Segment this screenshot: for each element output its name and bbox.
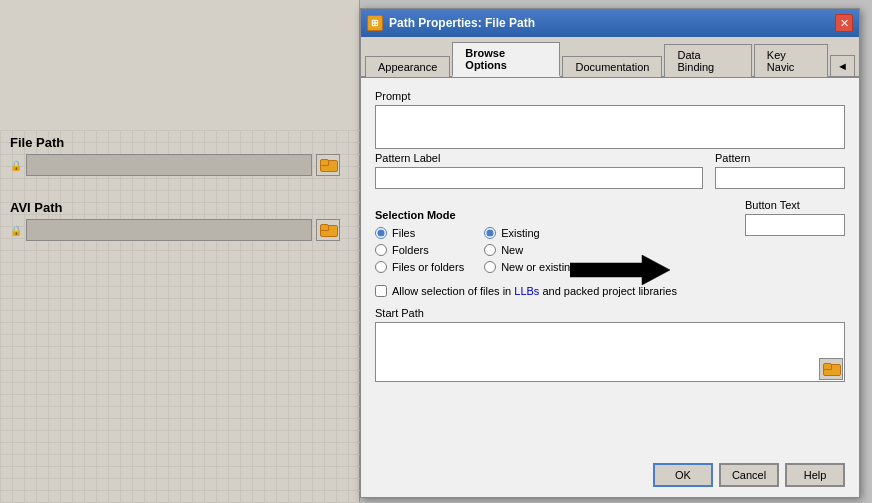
folder-icon-2 — [320, 224, 336, 237]
folder-icon — [320, 159, 336, 172]
avi-path-section: AVI Path 🔒 — [10, 200, 340, 241]
help-button[interactable]: Help — [785, 463, 845, 487]
pattern-label: Pattern — [715, 152, 845, 164]
file-path-label: File Path — [10, 135, 340, 150]
tab-key-navic[interactable]: Key Navic — [754, 44, 828, 77]
radio-new[interactable]: New — [484, 244, 576, 256]
radio-new-or-existing[interactable]: New or existing — [484, 261, 576, 273]
arrow-annotation — [570, 255, 670, 288]
start-path-input-row — [375, 322, 845, 382]
grid-bg — [0, 130, 360, 503]
dialog-title: Path Properties: File Path — [389, 16, 535, 30]
tab-appearance[interactable]: Appearance — [365, 56, 450, 77]
radio-group-left: Files Folders Files or folders — [375, 227, 464, 273]
prompt-label: Prompt — [375, 90, 845, 102]
button-text-section: Button Text — [745, 199, 845, 236]
start-path-folder-icon — [823, 363, 839, 376]
background-panel: File Path 🔒 AVI Path 🔒 — [0, 0, 360, 503]
dialog-title-area: ⊞ Path Properties: File Path — [367, 15, 535, 31]
selection-mode-section: Selection Mode Files Folders — [375, 199, 576, 273]
dialog-titlebar: ⊞ Path Properties: File Path ✕ — [361, 9, 859, 37]
selection-mode-header: Selection Mode — [375, 209, 576, 221]
radio-group-right: Existing New New or existing — [484, 227, 576, 273]
pattern-row: Pattern Label Pattern — [375, 152, 845, 189]
radio-files[interactable]: Files — [375, 227, 464, 239]
pattern-label-label: Pattern Label — [375, 152, 703, 164]
pattern-col: Pattern — [715, 152, 845, 189]
file-path-section: File Path 🔒 — [10, 135, 340, 176]
lock-icon: 🔒 — [10, 160, 22, 171]
start-path-browse-btn[interactable] — [819, 358, 843, 380]
tab-documentation[interactable]: Documentation — [562, 56, 662, 77]
button-text-input[interactable] — [745, 214, 845, 236]
pattern-input[interactable] — [715, 167, 845, 189]
dialog-title-icon: ⊞ — [367, 15, 383, 31]
pattern-label-col: Pattern Label — [375, 152, 703, 189]
start-path-textarea[interactable] — [375, 322, 845, 382]
radio-folders[interactable]: Folders — [375, 244, 464, 256]
pattern-label-input[interactable] — [375, 167, 703, 189]
svg-marker-0 — [570, 255, 670, 285]
tab-browse-options[interactable]: Browse Options — [452, 42, 560, 77]
button-text-label: Button Text — [745, 199, 845, 211]
start-path-label: Start Path — [375, 307, 845, 319]
radio-files-or-folders[interactable]: Files or folders — [375, 261, 464, 273]
llb-checkbox[interactable] — [375, 285, 387, 297]
dialog-footer: OK Cancel Help — [653, 463, 845, 487]
prompt-input[interactable] — [375, 105, 845, 149]
tab-more[interactable]: ◄ — [830, 55, 855, 76]
path-properties-dialog: ⊞ Path Properties: File Path ✕ Appearanc… — [360, 8, 860, 498]
dialog-close-button[interactable]: ✕ — [835, 14, 853, 32]
file-path-browse-btn[interactable] — [316, 154, 340, 176]
avi-path-browse-btn[interactable] — [316, 219, 340, 241]
cancel-button[interactable]: Cancel — [719, 463, 779, 487]
radio-existing[interactable]: Existing — [484, 227, 576, 239]
tab-data-binding[interactable]: Data Binding — [664, 44, 751, 77]
tab-bar: Appearance Browse Options Documentation … — [361, 37, 859, 78]
lock-icon-2: 🔒 — [10, 225, 22, 236]
dialog-content: Prompt Pattern Label Pattern Selection M… — [361, 78, 859, 394]
avi-path-field[interactable] — [26, 219, 312, 241]
avi-path-label: AVI Path — [10, 200, 340, 215]
file-path-field[interactable] — [26, 154, 312, 176]
start-path-section: Start Path — [375, 307, 845, 382]
ok-button[interactable]: OK — [653, 463, 713, 487]
